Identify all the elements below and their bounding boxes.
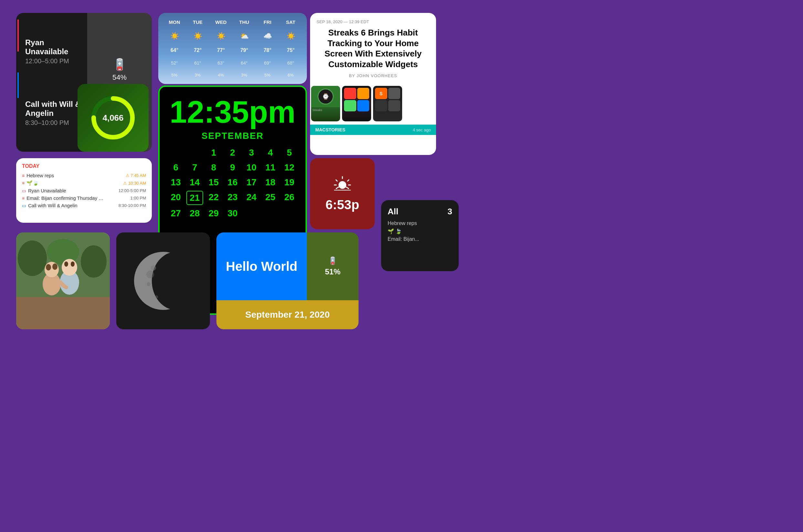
event1-color-bar: [17, 19, 19, 52]
hello-green-section: 🪫 51%: [307, 232, 358, 300]
activity-ring-widget: 4,066: [77, 84, 149, 152]
weather-pct-5: 6%: [288, 73, 294, 77]
cal-day-2: 2: [224, 146, 241, 159]
activity-ring: 4,066: [89, 94, 137, 142]
weather-sat: SAT ☀️ 75° 68° 6%: [280, 18, 302, 79]
weather-pct-1: 3%: [195, 73, 201, 77]
weather-pct-4: 5%: [264, 73, 271, 77]
cal-empty-2: [186, 146, 204, 159]
hello-text: Hello World: [226, 259, 297, 274]
weather-lo-5: 68°: [287, 60, 294, 65]
today-item-text-4: Call with Will & Angelin: [28, 203, 77, 208]
weather-lo-1: 61°: [194, 60, 201, 65]
reminders-label: All: [388, 207, 398, 216]
weather-icon-1: ☀️: [193, 32, 202, 40]
today-item-2: ▭ Ryan Unavailable 12:00-5:00 PM: [22, 187, 146, 194]
cal-day-8: 8: [205, 161, 222, 174]
svg-point-27: [146, 270, 154, 278]
weather-lo-4: 69°: [264, 60, 271, 65]
weather-day-2: WED: [216, 19, 227, 25]
cal-day-24: 24: [243, 191, 260, 205]
today-item-3: ≡ Email: Bijan confirming Thursday wal..…: [22, 194, 146, 202]
svg-point-20: [64, 262, 68, 267]
today-item-0: ≡ Hebrew reps ⚠ 7:45 AM: [22, 172, 146, 179]
cal-empty-1: [167, 146, 184, 159]
cal-day-17: 17: [243, 176, 260, 189]
cal-day-1: 1: [205, 146, 222, 159]
cal-day-9: 9: [224, 161, 241, 174]
hello-blue-section: Hello World: [217, 232, 307, 300]
reminder-item-1: 🌱 🍃: [388, 228, 452, 234]
calendar-events-left-bar: [16, 13, 20, 152]
today-item-time-2: 12:00-5:00 PM: [118, 188, 146, 193]
cal-day-12: 12: [281, 161, 298, 174]
battery-icon: 🪫: [112, 58, 127, 71]
cal-day-18: 18: [262, 176, 279, 189]
photo-placeholder: [16, 232, 110, 329]
weather-hi-4: 78°: [264, 48, 271, 53]
weather-fri: FRI ☁️ 78° 69° 5%: [257, 18, 278, 79]
hello-date-text: September 21, 2020: [245, 309, 330, 320]
weather-day-0: MON: [169, 19, 180, 25]
article-title: Streaks 6 Brings Habit Tracking to Your …: [317, 27, 430, 70]
activity-inner: 4,066: [77, 84, 149, 152]
hello-date-section: September 21, 2020: [217, 300, 358, 329]
weather-pct-2: 4%: [218, 73, 224, 77]
cal-day-20: 20: [167, 191, 184, 205]
cal-day-10: 10: [243, 161, 260, 174]
svg-point-24: [151, 265, 156, 270]
today-list-widget: TODAY ≡ Hebrew reps ⚠ 7:45 AM ≡ 🌱🍃 ⚠ 10:…: [16, 158, 152, 223]
weather-mon: MON ☀️ 64° 52° 5%: [164, 18, 185, 79]
weather-icon-5: ☀️: [286, 32, 295, 40]
reminders-count: 3: [448, 207, 452, 216]
svg-point-19: [62, 259, 77, 276]
event1-time: 12:00–5:00 PM: [25, 57, 82, 65]
today-item-4: ▭ Call with Will & Angelin 8:30-10:00 PM: [22, 202, 146, 209]
article-source: MACSTORIES: [315, 127, 345, 132]
battery-percent: 54%: [112, 73, 127, 82]
weather-tue: TUE ☀️ 72° 61° 3%: [187, 18, 209, 79]
cal-day-25: 25: [262, 191, 279, 205]
today-item-1: ≡ 🌱🍃 ⚠ 10:30 AM: [22, 179, 146, 187]
svg-point-10: [18, 241, 47, 276]
article-author: BY JOHN VOORHEES: [317, 73, 430, 78]
cal-day-6: 6: [167, 161, 184, 174]
cal-day-28: 28: [186, 207, 204, 220]
event1-block: Ryan Unavailable 12:00–5:00 PM: [25, 38, 82, 65]
article-phone-2: [342, 86, 371, 121]
sunset-time: 6:53p: [325, 197, 359, 212]
moon-svg-container: [131, 249, 195, 313]
cal-day-30: 30: [224, 207, 241, 220]
reminders-header: All 3: [388, 207, 452, 216]
moon-svg: [131, 249, 195, 313]
couple-photo-svg: [16, 232, 110, 329]
cal-day-26: 26: [281, 191, 298, 205]
cal-day-29: 29: [205, 207, 222, 220]
weather-lo-3: 64°: [241, 60, 247, 65]
svg-point-11: [81, 245, 107, 278]
cal-day-4: 4: [262, 146, 279, 159]
cal-day-16: 16: [224, 176, 241, 189]
calendar-grid: 1 2 3 4 5 6 7 8 9 10 11 12 13 14 15 16 1…: [167, 146, 298, 220]
article-date: SEP 18, 2020 — 12:39 EDT: [317, 19, 430, 24]
sunset-icon: [333, 175, 352, 194]
svg-point-21: [71, 262, 75, 267]
today-item-icon-1: ≡: [22, 180, 24, 186]
weather-day-5: SAT: [286, 19, 296, 25]
clock-time: 12:35pm: [167, 96, 298, 128]
event1-title: Ryan Unavailable: [25, 38, 82, 56]
weather-icon-4: ☁️: [263, 32, 272, 40]
today-item-icon-0: ≡: [22, 173, 24, 178]
event2-time: 8:30–10:00 PM: [25, 119, 82, 127]
today-item-time-3: 1:00 PM: [130, 196, 146, 201]
today-item-icon-4: ▭: [22, 203, 26, 208]
today-label: TODAY: [22, 163, 146, 169]
svg-point-26: [155, 296, 158, 299]
cal-day-23: 23: [224, 191, 241, 205]
photo-widget: [16, 232, 110, 329]
event2-color-bar: [17, 72, 19, 98]
weather-pct-3: 3%: [241, 73, 247, 77]
article-footer: MACSTORIES 4 sec ago: [310, 125, 436, 135]
article-phone-images: ⌚ Streaks S: [310, 86, 436, 125]
hello-battery-icon: 🪫: [328, 256, 338, 265]
